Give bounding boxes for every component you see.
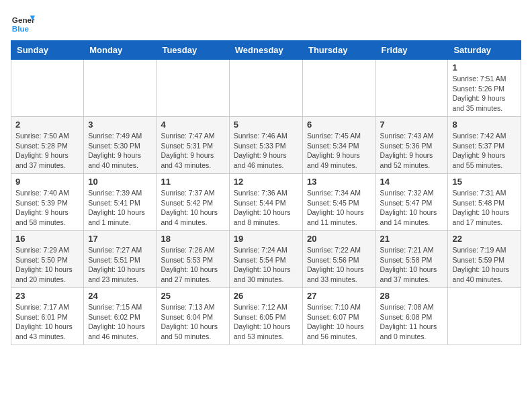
calendar-cell: 10Sunrise: 7:39 AM Sunset: 5:41 PM Dayli… xyxy=(84,174,157,231)
day-number: 20 xyxy=(307,234,371,244)
calendar-cell: 7Sunrise: 7:43 AM Sunset: 5:36 PM Daylig… xyxy=(375,117,448,174)
day-number: 22 xyxy=(452,234,517,244)
calendar-cell: 24Sunrise: 7:15 AM Sunset: 6:02 PM Dayli… xyxy=(84,288,157,345)
day-info: Sunrise: 7:29 AM Sunset: 5:50 PM Dayligh… xyxy=(15,245,79,285)
day-info: Sunrise: 7:49 AM Sunset: 5:30 PM Dayligh… xyxy=(88,131,152,171)
weekday-header: Tuesday xyxy=(157,41,229,60)
calendar-cell xyxy=(448,288,521,345)
logo: General Blue xyxy=(11,11,35,35)
calendar-cell: 13Sunrise: 7:34 AM Sunset: 5:45 PM Dayli… xyxy=(302,174,375,231)
day-info: Sunrise: 7:26 AM Sunset: 5:53 PM Dayligh… xyxy=(161,245,224,285)
day-info: Sunrise: 7:17 AM Sunset: 6:01 PM Dayligh… xyxy=(15,302,79,342)
calendar-cell: 28Sunrise: 7:08 AM Sunset: 6:08 PM Dayli… xyxy=(375,288,448,345)
day-number: 12 xyxy=(234,177,298,187)
calendar-cell: 9Sunrise: 7:40 AM Sunset: 5:39 PM Daylig… xyxy=(11,174,84,231)
calendar-cell: 19Sunrise: 7:24 AM Sunset: 5:54 PM Dayli… xyxy=(229,231,302,288)
day-info: Sunrise: 7:46 AM Sunset: 5:33 PM Dayligh… xyxy=(234,131,298,171)
day-number: 18 xyxy=(161,234,224,244)
day-number: 27 xyxy=(307,291,371,301)
calendar-cell: 16Sunrise: 7:29 AM Sunset: 5:50 PM Dayli… xyxy=(11,231,84,288)
day-info: Sunrise: 7:24 AM Sunset: 5:54 PM Dayligh… xyxy=(234,245,298,285)
calendar-cell: 3Sunrise: 7:49 AM Sunset: 5:30 PM Daylig… xyxy=(84,117,157,174)
calendar-cell: 27Sunrise: 7:10 AM Sunset: 6:07 PM Dayli… xyxy=(302,288,375,345)
day-info: Sunrise: 7:13 AM Sunset: 6:04 PM Dayligh… xyxy=(161,302,224,342)
calendar-week-row: 1Sunrise: 7:51 AM Sunset: 5:26 PM Daylig… xyxy=(11,60,521,117)
day-number: 11 xyxy=(161,177,224,187)
calendar-week-row: 16Sunrise: 7:29 AM Sunset: 5:50 PM Dayli… xyxy=(11,231,521,288)
day-info: Sunrise: 7:15 AM Sunset: 6:02 PM Dayligh… xyxy=(88,302,152,342)
calendar-week-row: 2Sunrise: 7:50 AM Sunset: 5:28 PM Daylig… xyxy=(11,117,521,174)
calendar-cell: 2Sunrise: 7:50 AM Sunset: 5:28 PM Daylig… xyxy=(11,117,84,174)
calendar-cell: 18Sunrise: 7:26 AM Sunset: 5:53 PM Dayli… xyxy=(157,231,229,288)
day-number: 10 xyxy=(88,177,152,187)
calendar-cell: 22Sunrise: 7:19 AM Sunset: 5:59 PM Dayli… xyxy=(448,231,521,288)
day-info: Sunrise: 7:22 AM Sunset: 5:56 PM Dayligh… xyxy=(307,245,371,285)
calendar-cell xyxy=(302,60,375,117)
weekday-header: Thursday xyxy=(302,41,375,60)
day-number: 8 xyxy=(452,120,517,130)
logo-icon: General Blue xyxy=(11,11,35,35)
calendar-table: SundayMondayTuesdayWednesdayThursdayFrid… xyxy=(11,40,521,345)
calendar-cell xyxy=(229,60,302,117)
calendar-week-row: 9Sunrise: 7:40 AM Sunset: 5:39 PM Daylig… xyxy=(11,174,521,231)
calendar-cell: 8Sunrise: 7:42 AM Sunset: 5:37 PM Daylig… xyxy=(448,117,521,174)
day-number: 5 xyxy=(234,120,298,130)
calendar-cell: 4Sunrise: 7:47 AM Sunset: 5:31 PM Daylig… xyxy=(157,117,229,174)
day-number: 15 xyxy=(452,177,517,187)
weekday-header: Sunday xyxy=(11,41,84,60)
calendar-week-row: 23Sunrise: 7:17 AM Sunset: 6:01 PM Dayli… xyxy=(11,288,521,345)
day-info: Sunrise: 7:21 AM Sunset: 5:58 PM Dayligh… xyxy=(380,245,444,285)
calendar-cell: 1Sunrise: 7:51 AM Sunset: 5:26 PM Daylig… xyxy=(448,60,521,117)
calendar-cell: 20Sunrise: 7:22 AM Sunset: 5:56 PM Dayli… xyxy=(302,231,375,288)
calendar-cell: 17Sunrise: 7:27 AM Sunset: 5:51 PM Dayli… xyxy=(84,231,157,288)
day-number: 23 xyxy=(15,291,79,301)
calendar-cell: 11Sunrise: 7:37 AM Sunset: 5:42 PM Dayli… xyxy=(157,174,229,231)
day-number: 3 xyxy=(88,120,152,130)
day-info: Sunrise: 7:40 AM Sunset: 5:39 PM Dayligh… xyxy=(15,188,79,228)
day-number: 16 xyxy=(15,234,79,244)
day-number: 26 xyxy=(234,291,298,301)
day-info: Sunrise: 7:43 AM Sunset: 5:36 PM Dayligh… xyxy=(380,131,444,171)
day-number: 14 xyxy=(380,177,444,187)
day-info: Sunrise: 7:36 AM Sunset: 5:44 PM Dayligh… xyxy=(234,188,298,228)
calendar-cell xyxy=(375,60,448,117)
day-number: 17 xyxy=(88,234,152,244)
day-info: Sunrise: 7:32 AM Sunset: 5:47 PM Dayligh… xyxy=(380,188,444,228)
day-info: Sunrise: 7:31 AM Sunset: 5:48 PM Dayligh… xyxy=(452,188,517,228)
calendar-cell: 6Sunrise: 7:45 AM Sunset: 5:34 PM Daylig… xyxy=(302,117,375,174)
day-number: 9 xyxy=(15,177,79,187)
day-info: Sunrise: 7:50 AM Sunset: 5:28 PM Dayligh… xyxy=(15,131,79,171)
day-info: Sunrise: 7:39 AM Sunset: 5:41 PM Dayligh… xyxy=(88,188,152,228)
day-info: Sunrise: 7:47 AM Sunset: 5:31 PM Dayligh… xyxy=(161,131,224,171)
day-number: 2 xyxy=(15,120,79,130)
calendar-cell: 15Sunrise: 7:31 AM Sunset: 5:48 PM Dayli… xyxy=(448,174,521,231)
calendar-cell: 23Sunrise: 7:17 AM Sunset: 6:01 PM Dayli… xyxy=(11,288,84,345)
weekday-header: Saturday xyxy=(448,41,521,60)
day-info: Sunrise: 7:42 AM Sunset: 5:37 PM Dayligh… xyxy=(452,131,517,171)
calendar-header-row: SundayMondayTuesdayWednesdayThursdayFrid… xyxy=(11,41,521,60)
day-info: Sunrise: 7:37 AM Sunset: 5:42 PM Dayligh… xyxy=(161,188,224,228)
weekday-header: Friday xyxy=(375,41,448,60)
day-info: Sunrise: 7:45 AM Sunset: 5:34 PM Dayligh… xyxy=(307,131,371,171)
day-number: 1 xyxy=(452,62,517,73)
day-number: 28 xyxy=(380,291,444,301)
day-info: Sunrise: 7:19 AM Sunset: 5:59 PM Dayligh… xyxy=(452,245,517,285)
day-info: Sunrise: 7:27 AM Sunset: 5:51 PM Dayligh… xyxy=(88,245,152,285)
svg-text:Blue: Blue xyxy=(12,24,30,33)
day-number: 21 xyxy=(380,234,444,244)
day-number: 6 xyxy=(307,120,371,130)
calendar-cell xyxy=(157,60,229,117)
calendar-cell xyxy=(84,60,157,117)
weekday-header: Monday xyxy=(84,41,157,60)
calendar-cell: 14Sunrise: 7:32 AM Sunset: 5:47 PM Dayli… xyxy=(375,174,448,231)
day-number: 19 xyxy=(234,234,298,244)
calendar-cell: 12Sunrise: 7:36 AM Sunset: 5:44 PM Dayli… xyxy=(229,174,302,231)
day-info: Sunrise: 7:08 AM Sunset: 6:08 PM Dayligh… xyxy=(380,302,444,342)
day-number: 7 xyxy=(380,120,444,130)
day-info: Sunrise: 7:12 AM Sunset: 6:05 PM Dayligh… xyxy=(234,302,298,342)
weekday-header: Wednesday xyxy=(229,41,302,60)
calendar-cell: 25Sunrise: 7:13 AM Sunset: 6:04 PM Dayli… xyxy=(157,288,229,345)
day-info: Sunrise: 7:51 AM Sunset: 5:26 PM Dayligh… xyxy=(452,74,517,113)
day-info: Sunrise: 7:34 AM Sunset: 5:45 PM Dayligh… xyxy=(307,188,371,228)
day-number: 25 xyxy=(161,291,224,301)
